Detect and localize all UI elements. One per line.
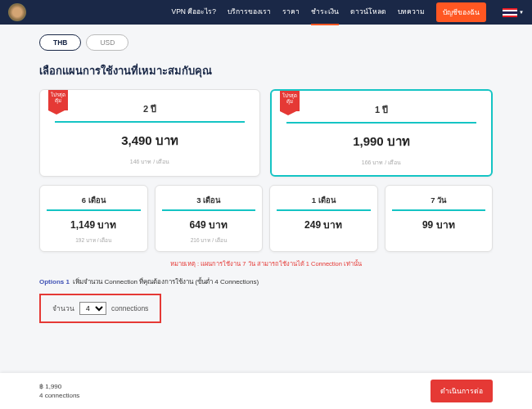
- plan-6month[interactable]: 6 เดือน 1,149 บาท 192 บาท / เดือน: [39, 185, 148, 252]
- footer-price: ฿ 1,990: [39, 382, 79, 391]
- plan-note: หมายเหตุ : แผนการใช้งาน 7 วัน สามารถใช้ง…: [39, 258, 493, 268]
- plan-2year[interactable]: โปรสุดคุ้ม 2 ปี 3,490 บาท 146 บาท / เดือ…: [39, 89, 260, 177]
- divider: [47, 209, 141, 211]
- divider: [277, 209, 371, 211]
- plan-title: 1 เดือน: [277, 194, 371, 206]
- plan-3month[interactable]: 3 เดือน 649 บาท 216 บาท / เดือน: [155, 185, 264, 252]
- divider: [162, 209, 256, 211]
- nav-menu: VPN คืออะไร? บริการของเรา ราคา ชำระเงิน …: [171, 0, 524, 25]
- plan-title: 7 วัน: [392, 194, 486, 206]
- plan-title: 6 เดือน: [47, 194, 141, 206]
- thai-flag-icon: [503, 8, 517, 17]
- nav-payment[interactable]: ชำระเงิน: [311, 0, 339, 25]
- chevron-down-icon: ▼: [519, 10, 524, 15]
- plan-title: 1 ปี: [286, 102, 476, 117]
- footer-bar: ฿ 1,990 4 connections ดำเนินการต่อ: [0, 373, 532, 409]
- currency-tab-thb[interactable]: THB: [39, 34, 81, 51]
- plan-7day[interactable]: 7 วัน 99 บาท: [385, 185, 494, 252]
- logo-icon[interactable]: [8, 3, 26, 21]
- options-label: Options 1: [39, 278, 70, 285]
- plan-price: 649 บาท: [162, 217, 256, 232]
- nav-articles[interactable]: บทความ: [398, 0, 425, 25]
- language-selector[interactable]: ▼: [498, 8, 524, 17]
- qty-select[interactable]: 4: [79, 302, 106, 315]
- top-navbar: VPN คืออะไร? บริการของเรา ราคา ชำระเงิน …: [0, 0, 532, 25]
- qty-label: จำนวน: [52, 303, 74, 314]
- nav-pricing[interactable]: ราคา: [282, 0, 300, 25]
- plan-title: 2 ปี: [55, 101, 245, 116]
- divider: [286, 122, 476, 124]
- plans-featured: โปรสุดคุ้ม 2 ปี 3,490 บาท 146 บาท / เดือ…: [39, 89, 493, 177]
- plan-1month[interactable]: 1 เดือน 249 บาท: [269, 185, 378, 252]
- plan-price: 99 บาท: [392, 217, 486, 232]
- footer-connections: 4 connections: [39, 391, 79, 400]
- plan-1year[interactable]: โปรสุดคุ้ม 1 ปี 1,990 บาท 166 บาท / เดือ…: [270, 89, 493, 177]
- plan-title: 3 เดือน: [162, 194, 256, 206]
- plan-price: 3,490 บาท: [55, 131, 245, 151]
- promo-badge: โปรสุดคุ้ม: [48, 90, 68, 110]
- plan-sub: 216 บาท / เดือน: [162, 236, 256, 245]
- currency-tabs: THB USD: [39, 34, 493, 51]
- nav-whatvpn[interactable]: VPN คืออะไร?: [171, 0, 216, 25]
- divider: [55, 121, 245, 123]
- connections-selector: จำนวน 4 connections: [39, 294, 161, 323]
- currency-tab-usd[interactable]: USD: [86, 34, 128, 51]
- page-title: เลือกแผนการใช้งานที่เหมาะสมกับคุณ: [39, 62, 493, 79]
- footer-summary: ฿ 1,990 4 connections: [39, 382, 79, 400]
- qty-unit: connections: [111, 304, 148, 312]
- plan-price: 1,990 บาท: [286, 132, 476, 151]
- plan-sub: 166 บาท / เดือน: [286, 158, 476, 167]
- account-button[interactable]: บัญชีของฉัน: [436, 2, 486, 22]
- continue-button[interactable]: ดำเนินการต่อ: [431, 380, 493, 402]
- plan-sub: 192 บาท / เดือน: [47, 236, 141, 245]
- plan-sub: 146 บาท / เดือน: [55, 157, 245, 166]
- main-content: THB USD เลือกแผนการใช้งานที่เหมาะสมกับคุ…: [0, 25, 532, 323]
- nav-services[interactable]: บริการของเรา: [228, 0, 271, 25]
- plan-price: 1,149 บาท: [47, 217, 141, 232]
- divider: [392, 209, 486, 211]
- options-description: Options 1 เพิ่มจำนวน Connection ที่คุณต้…: [39, 276, 493, 287]
- nav-download[interactable]: ดาวน์โหลด: [350, 0, 386, 25]
- plan-price: 249 บาท: [277, 217, 371, 232]
- plans-other: 6 เดือน 1,149 บาท 192 บาท / เดือน 3 เดือ…: [39, 185, 493, 252]
- promo-badge: โปรสุดคุ้ม: [280, 91, 300, 111]
